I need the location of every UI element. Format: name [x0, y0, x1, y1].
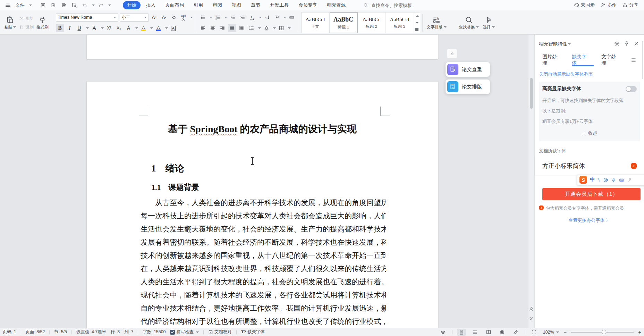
font-color-button[interactable]: A [154, 24, 163, 32]
zoom-slider[interactable] [571, 332, 634, 333]
tab-view[interactable]: 视图 [228, 1, 245, 9]
tab-review[interactable]: 审阅 [209, 1, 226, 9]
missing-font-item[interactable]: 方正小标宋简体 [535, 157, 644, 175]
tab-references[interactable]: 引用 [189, 1, 207, 9]
paper-format-button[interactable]: A 论文排版 [446, 79, 490, 94]
bullet-list-button[interactable] [199, 13, 207, 22]
scrollbar-thumb[interactable] [530, 78, 533, 109]
align-left-button[interactable] [199, 24, 207, 32]
align-center-button[interactable] [209, 24, 217, 32]
tab-page-layout[interactable]: 页面布局 [161, 1, 188, 9]
next-page-button[interactable] [528, 314, 534, 324]
tab-dev-tools[interactable]: 开发工具 [266, 1, 293, 9]
bold-button[interactable]: B [56, 24, 64, 32]
spellcheck-underlined-word[interactable]: SpringBoot [190, 124, 238, 134]
numbered-list-button[interactable]: 123 [214, 13, 222, 22]
export-icon[interactable] [49, 1, 58, 9]
page-view-button[interactable] [457, 329, 466, 336]
tab-text-processing[interactable]: 文字处理 [601, 54, 620, 66]
select-button[interactable]: 选择 [481, 12, 497, 34]
document-page[interactable]: 基于 SpringBoot 的农产品商城的设计与实现 1 绪论 1.1 课题背景… [87, 82, 438, 328]
zoom-level[interactable]: 102% [543, 330, 559, 335]
tab-insert[interactable]: 插入 [142, 1, 160, 9]
sogou-logo-icon[interactable]: S [579, 176, 587, 184]
clear-format-button[interactable] [170, 13, 178, 22]
search-input[interactable] [371, 2, 424, 8]
text-layout-button[interactable]: A 文字排版 [425, 12, 449, 34]
heading-1[interactable]: 1 绪论 [151, 162, 184, 175]
ink-annotation-button[interactable] [511, 329, 520, 336]
heading-2[interactable]: 1.1 课题背景 [151, 182, 199, 193]
more-fonts-link[interactable]: 查看更多办公字体 〉 [535, 217, 644, 224]
tab-home[interactable]: 开始 [123, 1, 141, 9]
status-setting-value[interactable]: 设置值: 4.7厘米 [76, 329, 106, 335]
decrease-indent-button[interactable] [229, 13, 237, 22]
share-button[interactable]: 分享 [622, 2, 638, 8]
ime-punctuation[interactable]: °, [598, 177, 600, 182]
superscript-button[interactable]: X² [105, 24, 113, 32]
undo-caret-icon[interactable] [92, 5, 95, 6]
status-page-count[interactable]: 页面: 8/52 [26, 329, 45, 335]
styles-scroll-down[interactable] [414, 19, 420, 26]
panel-title[interactable]: 稻壳智能特性 [539, 41, 571, 47]
zoom-out-button[interactable]: − [564, 329, 567, 335]
body-paragraph[interactable]: 从古至今，人类社会的进步离不开科学技术的发展，从现在的角度回望历史， 每一次科技… [141, 196, 386, 328]
align-right-button[interactable] [218, 24, 227, 32]
increase-indent-button[interactable] [238, 13, 247, 22]
tab-docer-resources[interactable]: 稻壳资源 [323, 1, 350, 9]
collapse-button[interactable]: 收起 [542, 130, 637, 136]
format-painter-button[interactable]: 格式刷 [34, 12, 51, 34]
close-auto-show-link[interactable]: 关闭自动展示缺失字体列表 [539, 71, 593, 77]
previous-page-bottom[interactable] [87, 35, 438, 59]
highlight-toggle-switch[interactable] [626, 86, 637, 92]
status-section[interactable]: 节: 5/5 [54, 329, 67, 335]
fit-page-button[interactable] [529, 329, 539, 336]
collaborate-button[interactable]: 协作 [600, 2, 617, 8]
pin-icon[interactable] [624, 41, 629, 47]
tab-missing-fonts[interactable]: 缺失字体 [572, 54, 591, 66]
distribute-button[interactable] [238, 24, 246, 32]
character-border-button[interactable]: A [169, 24, 178, 32]
ruler-icon[interactable] [288, 13, 296, 22]
pinyin-guide-button[interactable]: wén 文 [179, 13, 188, 22]
find-replace-button[interactable]: 查找替换 [457, 12, 481, 34]
save-icon[interactable] [39, 1, 47, 9]
ime-mode-chinese[interactable]: 中 [590, 177, 595, 183]
toolbar-options-caret-icon[interactable] [108, 5, 111, 6]
style-heading-1[interactable]: AaBbC 标题 1 [330, 12, 358, 33]
line-spacing-button[interactable] [247, 24, 256, 32]
proofread-button[interactable]: 文档校对 [208, 329, 232, 335]
panel-scrollbar-thumb[interactable] [642, 41, 643, 79]
paste-button[interactable]: 粘贴 [2, 12, 18, 34]
read-mode-button[interactable] [484, 329, 493, 336]
text-effects-button[interactable]: A [125, 24, 133, 32]
borders-button[interactable] [277, 24, 286, 32]
undo-icon[interactable] [80, 1, 89, 9]
web-layout-button[interactable] [498, 329, 507, 336]
italic-button[interactable]: I [66, 24, 74, 32]
status-word-count[interactable]: 字数: 15500 [143, 329, 166, 335]
underline-button[interactable]: U [75, 24, 84, 32]
spell-check-button[interactable]: 拼写检查 [170, 329, 199, 335]
tab-section[interactable]: 章节 [247, 1, 264, 9]
emoji-icon[interactable] [603, 177, 608, 183]
hamburger-menu-icon[interactable] [3, 1, 12, 9]
justify-button[interactable] [228, 24, 236, 32]
settings-gear-icon[interactable] [614, 41, 620, 47]
more-tabs-icon[interactable] [631, 57, 636, 63]
document-scrollbar[interactable] [528, 35, 535, 328]
command-search[interactable] [363, 2, 424, 8]
line-break-button[interactable] [273, 13, 281, 22]
missing-font-button[interactable]: T? 缺失字体 [241, 329, 265, 335]
eye-protection-button[interactable] [439, 329, 448, 336]
status-page-number[interactable]: 页码: 1 [3, 329, 16, 335]
style-heading-3[interactable]: AaBbCcl 标题 3 [386, 12, 414, 33]
close-icon[interactable] [634, 41, 639, 47]
previous-page-button[interactable] [528, 304, 534, 313]
paper-check-button[interactable]: 论文查重 [446, 62, 490, 77]
keyboard-icon[interactable] [619, 177, 624, 183]
microphone-icon[interactable] [611, 177, 616, 183]
font-name-combo[interactable]: Times New Roma [56, 14, 118, 22]
highlight-color-button[interactable]: A [139, 24, 148, 32]
ime-toolbox-icon[interactable] [627, 177, 632, 183]
